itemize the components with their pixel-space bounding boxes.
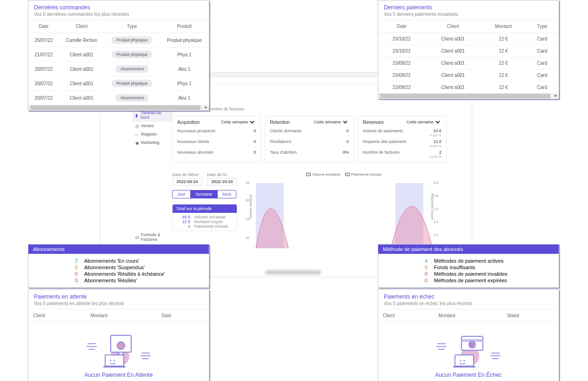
nav-formule[interactable]: 🏷Formule & Factures [133, 231, 172, 244]
stat-row: 0 Méthodes de paiement invalides [423, 271, 554, 277]
table-row[interactable]: 23/10/22 Client a001 12 € Card [378, 33, 559, 45]
card-retention: Retention Cette semaine Clients dormants… [265, 116, 354, 163]
panel-latest-orders: Dernières commandes Vos 5 dernières comm… [28, 0, 209, 111]
panel-title: Abonnements [28, 245, 209, 254]
legend-swatch-paiements [345, 173, 350, 176]
empty-state-text: Aucun Paiement En Échec [378, 372, 559, 381]
svg-point-20 [117, 342, 125, 349]
svg-text:1.6: 1.6 [434, 207, 438, 211]
panel-title: Derniers paiements [384, 4, 553, 11]
svg-text:1.2: 1.2 [434, 233, 438, 237]
column-header: Type [526, 20, 559, 33]
date-start: Date de début [172, 172, 202, 185]
table-row[interactable]: 20/07/22 Client a001 Produit physique Ph… [28, 76, 209, 91]
panel-payment-methods: Méthode de paiement des abonnés 4 Méthod… [378, 244, 559, 288]
stat-row: 0 Fonds insuffisants [423, 264, 554, 271]
panel-subtitle: Vos 5 paiements en attente les plus réce… [34, 301, 203, 306]
toggle-semaine[interactable]: Semaine [191, 190, 218, 198]
card-title: Revenues [363, 120, 384, 125]
stat-row: 2 Abonnements 'En cours' [73, 258, 204, 264]
panel-subtitle: Vos 5 dernières commandes les plus récen… [34, 12, 203, 17]
panel-title: Paiements en attente [34, 293, 203, 300]
card-acquisition: Acquisition Cette semaine Nouveaux prosp… [172, 116, 261, 163]
date-end: Date de fin [207, 172, 237, 185]
table-row[interactable]: 25/07/22 Camille Richon Produit physique… [28, 33, 209, 48]
panel-subscriptions: Abonnements 2 Abonnements 'En cours' 0 A… [28, 244, 209, 288]
column-header: Client [425, 20, 481, 33]
svg-point-39 [460, 360, 461, 361]
stat-row: 0 Abonnements 'Suspendus' [73, 264, 204, 271]
column-header: Client [28, 309, 86, 322]
empty-state-illustration [28, 322, 209, 372]
svg-text:1.8: 1.8 [434, 194, 438, 197]
stat-row: 4 Méthodes de paiement actives [423, 258, 554, 264]
column-header: Montant [434, 309, 502, 322]
column-header: Date [378, 20, 425, 33]
activity-chart: Volume encaissé Paiements réussis Volume… [242, 172, 442, 252]
nav-magasin[interactable]: ⌂Magasin [133, 130, 172, 138]
svg-rect-41 [453, 366, 475, 367]
column-header: Client [59, 20, 104, 33]
legend-swatch-volume [306, 173, 311, 176]
column-header: Montant [86, 309, 157, 322]
horizontal-scrollbar[interactable]: ◄ ► [378, 93, 559, 99]
section-subtitle: Chiffre d'affaires et nombre de factures [172, 107, 447, 111]
panel-title: Méthode de paiement des abonnés [378, 245, 559, 254]
svg-text:1.4: 1.4 [434, 220, 438, 224]
column-header: Date [28, 20, 59, 33]
table-row[interactable]: 20/07/22 Client a001 Abonnement Abo 1 [28, 91, 209, 105]
svg-text:2.0: 2.0 [434, 181, 438, 184]
table-row[interactable]: 20/07/22 Client a001 Abonnement Abo 1 [28, 62, 209, 76]
horizontal-scrollbar[interactable]: ◄ ► [28, 105, 209, 110]
svg-text:10: 10 [246, 236, 249, 239]
panel-subtitle: Vos 5 derniers paiements encaissés [384, 12, 553, 17]
table-row[interactable]: 23/08/22 Client a001 12 € Card [378, 82, 559, 94]
stat-row: 0 Méthodes de paiement expirées [423, 277, 554, 284]
period-select-retention[interactable]: Cette semaine [312, 119, 349, 125]
table-row[interactable]: 23/10/22 Client a001 12 € Card [378, 45, 559, 57]
date-end-input[interactable] [207, 178, 237, 185]
failed-table: ClientMontantStatut [378, 309, 559, 322]
period-select-acquisition[interactable]: Cette semaine [219, 119, 256, 125]
column-header: Statut [502, 309, 559, 322]
svg-point-40 [464, 360, 465, 361]
chart-svg: 25 20 15 10 2.0 1.8 1.6 1.4 1.2 [242, 178, 442, 248]
stat-row: 0 Abonnements 'Résiliés à échéance' [73, 271, 204, 277]
column-header: Montant [481, 20, 526, 33]
panel-pending-payments: Paiements en attente Vos 5 paiements en … [28, 289, 209, 381]
panel-failed-payments: Paiements en échec Vos 5 paiements en éc… [378, 289, 559, 381]
period-select-revenues[interactable]: Cette semaine [405, 119, 441, 125]
card-title: Acquisition [177, 120, 200, 125]
blurred-bar [265, 270, 321, 275]
date-start-input[interactable] [172, 178, 202, 185]
total-period: Total sur la période 48 €Volume encaissé… [172, 204, 237, 231]
panel-latest-payments: Derniers paiements Vos 5 derniers paieme… [378, 0, 559, 99]
table-row[interactable]: 23/09/22 Client a001 12 € Card [378, 57, 559, 69]
panel-subtitle: Vos 5 paiements en échec les plus récent… [384, 301, 553, 306]
section-title: Activité [172, 100, 447, 106]
nav-marketing[interactable]: ◉Marketing [133, 138, 172, 147]
toggle-mois[interactable]: Mois [217, 190, 236, 198]
empty-state-text: Aucun Paiement En Attente [28, 372, 209, 381]
svg-text:25: 25 [246, 181, 249, 184]
payments-table: DateClientMontantType 23/10/22 Client a0… [378, 20, 559, 93]
table-row[interactable]: 23/09/22 Client a001 12 € Card [378, 69, 559, 82]
svg-point-23 [110, 360, 112, 361]
column-header: Client [378, 309, 434, 322]
pending-table: ClientMontantDate [28, 309, 209, 322]
panel-title: Dernières commandes [34, 4, 203, 11]
toggle-jour[interactable]: Jour [172, 190, 191, 198]
column-header: Date [157, 309, 209, 322]
empty-state-illustration [378, 322, 559, 372]
orders-table: DateClientTypeProduit 25/07/22 Camille R… [28, 20, 209, 105]
stat-row: 0 Abonnements 'Résiliés' [73, 277, 204, 284]
panel-title: Paiements en échec [384, 293, 553, 300]
table-row[interactable]: 21/07/22 Client a001 Produit physique Ph… [28, 48, 209, 62]
column-header: Produit [160, 20, 209, 33]
granularity-toggle: Jour Semaine Mois [172, 190, 237, 198]
nav-ventes[interactable]: ◷Ventes [133, 122, 172, 130]
card-title: Retention [270, 120, 290, 125]
column-header: Type [104, 20, 160, 33]
card-revenues: Revenues Cette semaine Volume de paiemen… [358, 116, 447, 163]
dashboard-sidebar: ✔Bien démarrer ▮Tableau de bord ◷Ventes … [133, 100, 172, 265]
